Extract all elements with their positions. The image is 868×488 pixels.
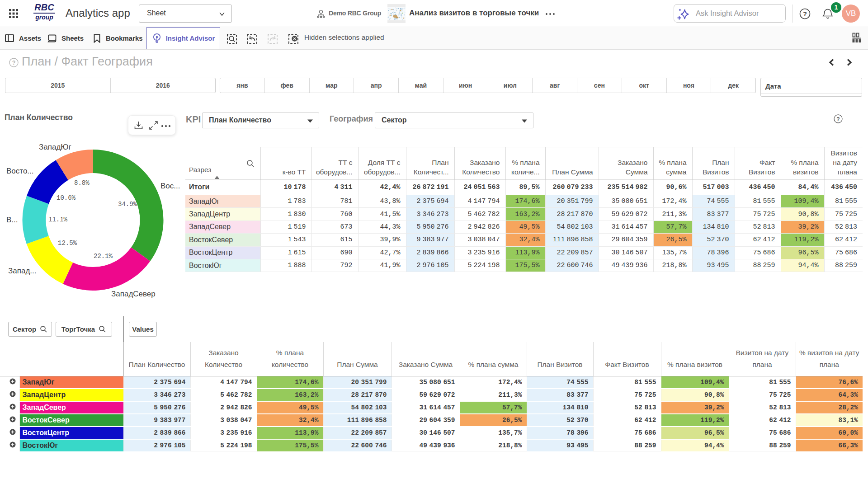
svg-text:?: ? bbox=[836, 116, 840, 122]
svg-text:ЗападСевер: ЗападСевер bbox=[111, 290, 156, 298]
svg-text:8.8%: 8.8% bbox=[74, 179, 90, 187]
svg-text:В...: В... bbox=[6, 216, 18, 224]
svg-text:?: ? bbox=[803, 10, 807, 18]
svg-text:ЗападЮг: ЗападЮг bbox=[39, 143, 71, 151]
svg-text:Восто...: Восто... bbox=[6, 167, 34, 175]
svg-text:10.6%: 10.6% bbox=[57, 194, 76, 202]
svg-text:12.5%: 12.5% bbox=[58, 239, 77, 247]
svg-text:34.9%: 34.9% bbox=[118, 201, 137, 208]
svg-text:?: ? bbox=[12, 60, 16, 66]
svg-text:22.1%: 22.1% bbox=[94, 253, 113, 260]
svg-text:Вос...: Вос... bbox=[160, 182, 180, 190]
svg-text:Запад...: Запад... bbox=[8, 267, 36, 275]
svg-text:11.1%: 11.1% bbox=[48, 216, 68, 223]
